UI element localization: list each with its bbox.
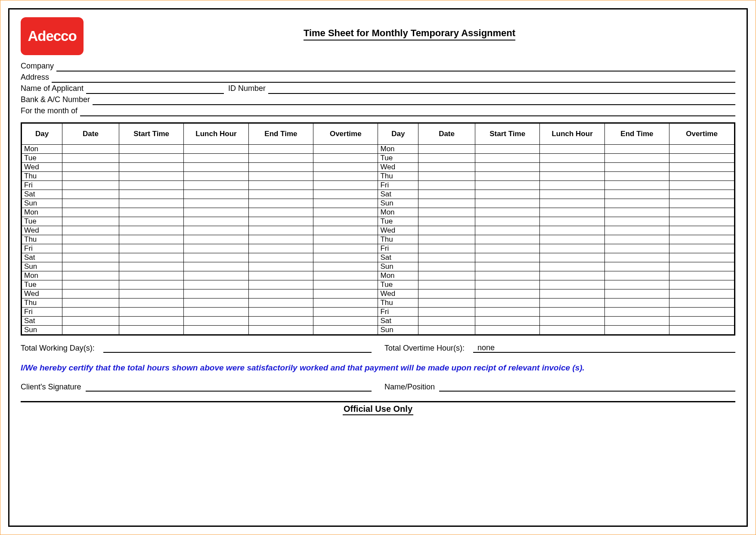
total-working-days-input[interactable] (103, 343, 372, 353)
entry-cell[interactable] (119, 280, 183, 289)
entry-cell[interactable] (313, 317, 378, 326)
entry-cell[interactable] (669, 145, 735, 154)
entry-cell[interactable] (184, 163, 248, 172)
entry-cell[interactable] (184, 190, 248, 199)
entry-cell[interactable] (540, 244, 604, 253)
entry-cell[interactable] (248, 145, 313, 154)
entry-cell[interactable] (540, 271, 604, 280)
entry-cell[interactable] (184, 217, 248, 226)
entry-cell[interactable] (540, 217, 604, 226)
entry-cell[interactable] (418, 326, 475, 335)
entry-cell[interactable] (418, 235, 475, 244)
entry-cell[interactable] (62, 199, 119, 208)
entry-cell[interactable] (184, 172, 248, 181)
entry-cell[interactable] (540, 253, 604, 262)
entry-cell[interactable] (119, 271, 183, 280)
entry-cell[interactable] (313, 271, 378, 280)
entry-cell[interactable] (540, 317, 604, 326)
entry-cell[interactable] (184, 289, 248, 299)
entry-cell[interactable] (62, 262, 119, 271)
entry-cell[interactable] (119, 217, 183, 226)
entry-cell[interactable] (669, 317, 735, 326)
entry-cell[interactable] (248, 199, 313, 208)
entry-cell[interactable] (119, 163, 183, 172)
entry-cell[interactable] (540, 145, 604, 154)
entry-cell[interactable] (119, 317, 183, 326)
entry-cell[interactable] (475, 145, 540, 154)
entry-cell[interactable] (418, 299, 475, 308)
entry-cell[interactable] (62, 217, 119, 226)
entry-cell[interactable] (604, 244, 669, 253)
entry-cell[interactable] (248, 271, 313, 280)
entry-cell[interactable] (540, 154, 604, 163)
id-number-input[interactable] (268, 84, 735, 94)
entry-cell[interactable] (184, 308, 248, 317)
entry-cell[interactable] (313, 326, 378, 335)
entry-cell[interactable] (418, 317, 475, 326)
entry-cell[interactable] (669, 163, 735, 172)
entry-cell[interactable] (604, 190, 669, 199)
entry-cell[interactable] (248, 299, 313, 308)
applicant-input[interactable] (86, 84, 224, 94)
entry-cell[interactable] (119, 308, 183, 317)
entry-cell[interactable] (475, 280, 540, 289)
entry-cell[interactable] (604, 199, 669, 208)
entry-cell[interactable] (540, 190, 604, 199)
entry-cell[interactable] (669, 235, 735, 244)
entry-cell[interactable] (604, 308, 669, 317)
entry-cell[interactable] (62, 253, 119, 262)
entry-cell[interactable] (418, 163, 475, 172)
entry-cell[interactable] (248, 308, 313, 317)
entry-cell[interactable] (604, 235, 669, 244)
entry-cell[interactable] (184, 326, 248, 335)
address-input[interactable] (52, 73, 735, 83)
entry-cell[interactable] (475, 199, 540, 208)
entry-cell[interactable] (418, 280, 475, 289)
entry-cell[interactable] (248, 289, 313, 299)
entry-cell[interactable] (313, 253, 378, 262)
entry-cell[interactable] (62, 299, 119, 308)
entry-cell[interactable] (62, 226, 119, 235)
entry-cell[interactable] (669, 190, 735, 199)
entry-cell[interactable] (540, 280, 604, 289)
entry-cell[interactable] (62, 190, 119, 199)
entry-cell[interactable] (184, 235, 248, 244)
entry-cell[interactable] (313, 208, 378, 217)
entry-cell[interactable] (248, 235, 313, 244)
entry-cell[interactable] (119, 190, 183, 199)
entry-cell[interactable] (604, 253, 669, 262)
entry-cell[interactable] (475, 181, 540, 190)
entry-cell[interactable] (475, 317, 540, 326)
entry-cell[interactable] (313, 154, 378, 163)
entry-cell[interactable] (184, 181, 248, 190)
entry-cell[interactable] (540, 226, 604, 235)
entry-cell[interactable] (62, 244, 119, 253)
entry-cell[interactable] (119, 199, 183, 208)
entry-cell[interactable] (604, 172, 669, 181)
entry-cell[interactable] (119, 262, 183, 271)
entry-cell[interactable] (475, 271, 540, 280)
entry-cell[interactable] (669, 226, 735, 235)
entry-cell[interactable] (604, 299, 669, 308)
entry-cell[interactable] (184, 317, 248, 326)
entry-cell[interactable] (475, 163, 540, 172)
entry-cell[interactable] (313, 190, 378, 199)
entry-cell[interactable] (418, 244, 475, 253)
entry-cell[interactable] (475, 262, 540, 271)
entry-cell[interactable] (540, 289, 604, 299)
entry-cell[interactable] (475, 154, 540, 163)
entry-cell[interactable] (540, 299, 604, 308)
entry-cell[interactable] (313, 181, 378, 190)
entry-cell[interactable] (119, 181, 183, 190)
name-position-input[interactable] (439, 382, 735, 392)
entry-cell[interactable] (119, 208, 183, 217)
entry-cell[interactable] (475, 235, 540, 244)
entry-cell[interactable] (418, 181, 475, 190)
entry-cell[interactable] (604, 163, 669, 172)
entry-cell[interactable] (669, 199, 735, 208)
entry-cell[interactable] (62, 326, 119, 335)
entry-cell[interactable] (418, 262, 475, 271)
entry-cell[interactable] (669, 172, 735, 181)
entry-cell[interactable] (62, 271, 119, 280)
entry-cell[interactable] (248, 326, 313, 335)
